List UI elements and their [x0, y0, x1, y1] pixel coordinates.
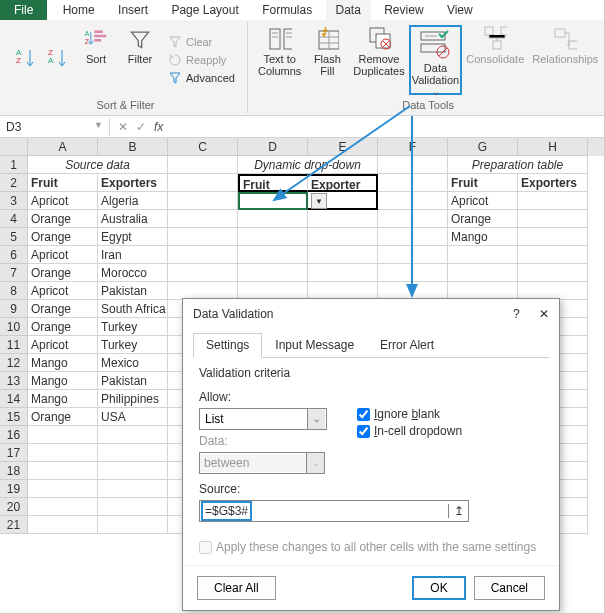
row-header[interactable]: 4	[0, 210, 28, 228]
cell[interactable]: Fruit	[238, 174, 308, 192]
cell[interactable]	[168, 264, 238, 282]
cell[interactable]: Pakistan	[98, 282, 168, 300]
cell[interactable]: Pakistan	[98, 372, 168, 390]
tab-file[interactable]: File	[0, 0, 49, 20]
source-input[interactable]: =$G$3# ↥	[199, 500, 469, 522]
cell[interactable]	[378, 210, 448, 228]
row-header[interactable]: 12	[0, 354, 28, 372]
cell[interactable]	[378, 192, 448, 210]
cell[interactable]	[378, 174, 448, 192]
cell[interactable]: Orange	[28, 264, 98, 282]
formula-bar[interactable]	[171, 117, 604, 136]
row-header[interactable]: 19	[0, 480, 28, 498]
remove-duplicates-button[interactable]: Remove Duplicates	[349, 25, 408, 95]
tab-view[interactable]: View	[437, 0, 483, 20]
cell[interactable]: Algeria	[98, 192, 168, 210]
cell[interactable]	[238, 246, 308, 264]
help-button[interactable]: ?	[513, 307, 520, 321]
cell[interactable]	[308, 210, 378, 228]
cell[interactable]	[308, 228, 378, 246]
advanced-button[interactable]: Advanced	[166, 70, 237, 86]
cell[interactable]	[168, 156, 238, 174]
cell[interactable]	[308, 264, 378, 282]
ignore-blank-checkbox[interactable]: IIgnore blankgnore blank	[357, 407, 462, 421]
cell[interactable]	[238, 192, 308, 210]
cell[interactable]	[378, 156, 448, 174]
cell[interactable]	[168, 246, 238, 264]
cell[interactable]: Exporters	[98, 174, 168, 192]
cell[interactable]: Mango	[28, 390, 98, 408]
cell[interactable]: Orange	[448, 210, 518, 228]
name-box[interactable]: D3▼	[0, 118, 110, 136]
cell[interactable]	[28, 516, 98, 534]
cell[interactable]	[168, 192, 238, 210]
cell[interactable]	[168, 228, 238, 246]
cell[interactable]: Apricot	[28, 282, 98, 300]
range-picker-icon[interactable]: ↥	[448, 504, 468, 518]
cell[interactable]	[238, 264, 308, 282]
select-all-corner[interactable]	[0, 138, 28, 156]
sort-za-button[interactable]: ZA	[42, 46, 74, 74]
cell[interactable]: Mango	[28, 372, 98, 390]
row-header[interactable]: 1	[0, 156, 28, 174]
cell[interactable]	[378, 246, 448, 264]
cell[interactable]: Preparation table	[448, 156, 588, 174]
cell[interactable]: Source data	[28, 156, 168, 174]
cell[interactable]	[378, 264, 448, 282]
cell[interactable]: USA	[98, 408, 168, 426]
dropdown-handle[interactable]: ▼	[311, 193, 327, 209]
tab-formulas[interactable]: Formulas	[252, 0, 322, 20]
cell[interactable]	[98, 516, 168, 534]
row-header[interactable]: 18	[0, 462, 28, 480]
cell[interactable]: Australia	[98, 210, 168, 228]
cell[interactable]: Apricot	[28, 246, 98, 264]
cell[interactable]	[28, 462, 98, 480]
tab-pagelayout[interactable]: Page Layout	[161, 0, 248, 20]
reapply-button[interactable]: Reapply	[166, 52, 237, 68]
row-header[interactable]: 9	[0, 300, 28, 318]
cell[interactable]: Mexico	[98, 354, 168, 372]
cell[interactable]: Orange	[28, 408, 98, 426]
tab-data[interactable]: Data	[326, 0, 371, 20]
flash-fill-button[interactable]: Flash Fill	[305, 25, 349, 95]
cell[interactable]: Turkey	[98, 318, 168, 336]
row-header[interactable]: 7	[0, 264, 28, 282]
tab-home[interactable]: Home	[53, 0, 105, 20]
cell[interactable]: Dynamic drop-down	[238, 156, 378, 174]
cell[interactable]	[518, 210, 588, 228]
row-header[interactable]: 17	[0, 444, 28, 462]
fx-icon[interactable]: fx	[154, 120, 163, 134]
cell[interactable]	[378, 228, 448, 246]
data-validation-button[interactable]: Data Validation⌵	[409, 25, 463, 95]
cell[interactable]: Fruit	[28, 174, 98, 192]
cell[interactable]	[98, 444, 168, 462]
col-header[interactable]: C	[168, 138, 238, 156]
cell[interactable]: Apricot	[28, 192, 98, 210]
cell[interactable]: Iran	[98, 246, 168, 264]
cell[interactable]	[238, 210, 308, 228]
row-header[interactable]: 3	[0, 192, 28, 210]
row-header[interactable]: 21	[0, 516, 28, 534]
cell[interactable]	[28, 498, 98, 516]
cell[interactable]	[518, 246, 588, 264]
col-header[interactable]: B	[98, 138, 168, 156]
cell[interactable]: Orange	[28, 300, 98, 318]
cell[interactable]: Apricot	[28, 336, 98, 354]
clear-all-button[interactable]: Clear All	[197, 576, 276, 600]
row-header[interactable]: 16	[0, 426, 28, 444]
cell[interactable]: Orange	[28, 318, 98, 336]
cell[interactable]: Philippines	[98, 390, 168, 408]
cell[interactable]	[168, 210, 238, 228]
text-to-columns-button[interactable]: Text to Columns	[254, 25, 305, 95]
in-cell-dropdown-checkbox[interactable]: In-cell dropdown	[357, 424, 462, 438]
cell[interactable]	[448, 246, 518, 264]
cell[interactable]	[28, 444, 98, 462]
allow-combo[interactable]: ⌵	[199, 408, 327, 430]
col-header[interactable]: H	[518, 138, 588, 156]
row-header[interactable]: 10	[0, 318, 28, 336]
cell[interactable]	[238, 228, 308, 246]
row-header[interactable]: 8	[0, 282, 28, 300]
row-header[interactable]: 15	[0, 408, 28, 426]
row-header[interactable]: 20	[0, 498, 28, 516]
cell[interactable]	[28, 480, 98, 498]
